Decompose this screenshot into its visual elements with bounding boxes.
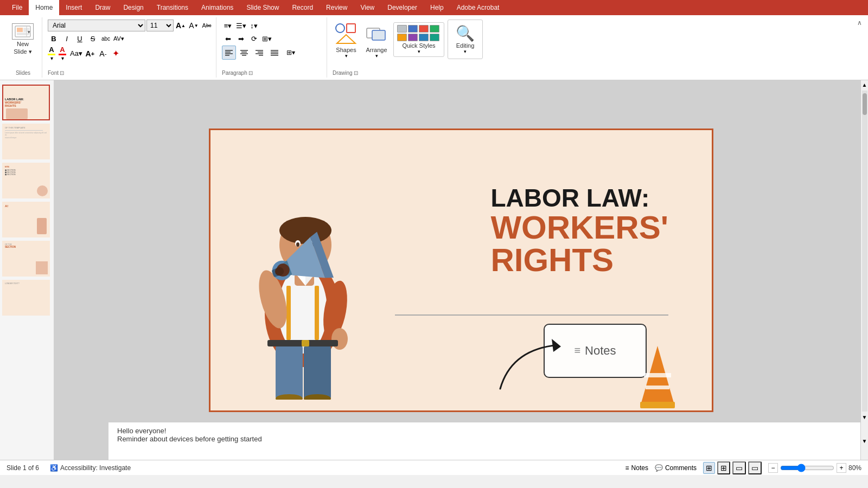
clear-formatting-button[interactable]: ✦	[110, 48, 122, 60]
slide-thumb-2[interactable]: OF THIS TEMPLATE Lorem ipsum dolor sit a…	[2, 124, 50, 159]
shapes-label: Shapes	[336, 47, 356, 53]
numbered-list-button[interactable]: ☰▾	[235, 20, 247, 31]
editing-button[interactable]: 🔍 Editing ▾	[448, 20, 483, 59]
svg-rect-59	[644, 373, 671, 377]
change-case-button[interactable]: Aa▾	[69, 48, 83, 60]
arrange-button[interactable]: Arrange ▾	[363, 21, 390, 59]
new-slide-icon: ▾	[12, 23, 34, 40]
notes-scroll-arrow[interactable]: ▼	[862, 438, 867, 444]
comments-label: Comments	[665, 464, 697, 472]
accessibility-status[interactable]: ♿ Accessibility: Investigate	[50, 464, 131, 472]
font-size-down-button[interactable]: A-	[97, 48, 109, 60]
tab-draw[interactable]: Draw	[88, 0, 117, 15]
slide-canvas[interactable]: LABOR LAW: WORKERS' RIGHTS	[209, 129, 713, 412]
tab-help[interactable]: Help	[424, 0, 450, 15]
zoom-plus-button[interactable]: +	[837, 463, 846, 473]
scroll-down-button[interactable]: ▼	[860, 413, 868, 422]
underline-button[interactable]: U	[74, 33, 86, 44]
tab-home[interactable]: Home	[29, 0, 59, 15]
tab-review[interactable]: Review	[320, 0, 354, 15]
font-shrink-button[interactable]: A▼	[188, 20, 200, 31]
tab-view[interactable]: View	[354, 0, 381, 15]
ribbon-section-paragraph: ≡▾ ☰▾ ↕▾ ⬅ ➡ ⟳ ⊞▾	[219, 17, 327, 78]
slide-thumb-5[interactable]: OF THE SECTION	[2, 241, 50, 277]
italic-button[interactable]: I	[61, 33, 73, 44]
scroll-track[interactable]	[862, 91, 867, 412]
bold-button[interactable]: B	[48, 33, 60, 44]
smartart-convert-button[interactable]: ⊞▾	[283, 47, 299, 59]
svg-rect-1	[17, 28, 23, 32]
paragraph-section-label: Paragraph ⊡	[222, 70, 323, 78]
svg-rect-26	[372, 30, 385, 40]
notes-button-label: Notes	[631, 464, 648, 472]
align-center-button[interactable]	[237, 46, 251, 60]
arrange-expand-icon: ▾	[375, 53, 378, 59]
zoom-slider[interactable]	[780, 464, 834, 472]
scroll-thumb	[863, 93, 867, 115]
tab-record[interactable]: Record	[285, 0, 320, 15]
new-slide-label: New	[17, 41, 29, 47]
text-direction-button[interactable]: ⟳	[248, 33, 260, 44]
tab-transitions[interactable]: Transitions	[150, 0, 195, 15]
indent-decrease-button[interactable]: ⬅	[222, 33, 234, 44]
scroll-up-button[interactable]: ▲	[860, 80, 868, 89]
svg-rect-29	[286, 286, 291, 340]
indent-increase-button[interactable]: ➡	[235, 33, 247, 44]
columns-button[interactable]: ⊞▾	[261, 33, 273, 44]
normal-view-button[interactable]: ⊞	[703, 462, 715, 474]
font-color-button[interactable]: A ▾	[59, 46, 66, 61]
tab-slideshow[interactable]: Slide Show	[240, 0, 285, 15]
tab-adobe[interactable]: Adobe Acrobat	[450, 0, 506, 15]
editing-expand-icon: ▾	[464, 49, 467, 54]
comments-button[interactable]: 💬 Comments	[655, 464, 697, 472]
presenter-view-button[interactable]: ▭	[748, 461, 762, 474]
abc-button[interactable]: abc	[100, 33, 112, 44]
av-spacing-button[interactable]: AV▾	[113, 33, 125, 44]
svg-marker-56	[552, 339, 561, 352]
status-right: ≡ Notes 💬 Comments ⊞ ⊞ ▭ ▭ − + 80%	[626, 461, 861, 474]
svg-rect-31	[276, 345, 303, 400]
notes-toggle-button[interactable]: ≡ Notes	[626, 464, 648, 472]
reading-view-button[interactable]: ▭	[732, 461, 746, 474]
comments-icon: 💬	[655, 464, 663, 472]
slide-thumb-4[interactable]: A!	[2, 202, 50, 237]
clear-format-button[interactable]: Abc	[201, 20, 213, 31]
notes-box-slide-text: Notes	[585, 344, 616, 358]
svg-rect-23	[347, 24, 355, 33]
line-spacing-button[interactable]: ↕▾	[248, 20, 260, 31]
strikethrough-button[interactable]: S	[87, 33, 99, 44]
slide-thumb-6[interactable]: LONGER TEXT?	[2, 280, 50, 316]
notes-area[interactable]: Hello everyone! Reminder about devices b…	[108, 422, 860, 460]
right-scrollbar: ▲ ▼	[860, 80, 868, 422]
font-name-select[interactable]: Arial Calibri Times New Roman	[48, 20, 145, 31]
shapes-button[interactable]: Shapes ▾	[333, 21, 360, 59]
align-left-button[interactable]	[222, 46, 236, 60]
arrange-label: Arrange	[366, 47, 387, 53]
worker-illustration	[221, 150, 395, 410]
highlight-color-button[interactable]: A ▾	[48, 46, 55, 61]
tab-animations[interactable]: Animations	[195, 0, 240, 15]
font-expand-icon[interactable]: ⊡	[60, 70, 64, 76]
tab-insert[interactable]: Insert	[59, 0, 88, 15]
tab-developer[interactable]: Developer	[381, 0, 424, 15]
slide-thumb-3[interactable]: NTS ◼ SECTION ◼ SECTION ◼ SECTION	[2, 163, 50, 198]
drawing-expand-icon[interactable]: ⊡	[354, 70, 358, 76]
tab-design[interactable]: Design	[117, 0, 150, 15]
font-size-up-button[interactable]: A+	[84, 48, 96, 60]
bullet-list-button[interactable]: ≡▾	[222, 20, 234, 31]
slide-sorter-button[interactable]: ⊞	[717, 461, 730, 474]
slide-thumb-1[interactable]: LABOR LAW: WORKERS' RIGHTS	[2, 85, 50, 120]
ribbon-tab-bar: File Home Insert Draw Design Transitions…	[0, 0, 868, 15]
accessibility-label: Accessibility: Investigate	[60, 464, 131, 472]
collapse-ribbon-button[interactable]: ∧	[854, 17, 865, 28]
tab-file[interactable]: File	[5, 0, 29, 15]
quick-styles-button[interactable]: Quick Styles ▾	[393, 22, 444, 57]
svg-point-36	[279, 217, 331, 244]
font-grow-button[interactable]: A▲	[175, 20, 187, 31]
align-right-button[interactable]	[252, 46, 266, 60]
justify-button[interactable]	[267, 46, 282, 60]
new-slide-button[interactable]: ▾ New Slide ▾	[8, 21, 38, 57]
zoom-minus-button[interactable]: −	[768, 463, 778, 473]
font-size-select[interactable]: 11 12 14 16 18 24	[146, 20, 174, 31]
para-expand-icon[interactable]: ⊡	[248, 70, 253, 76]
